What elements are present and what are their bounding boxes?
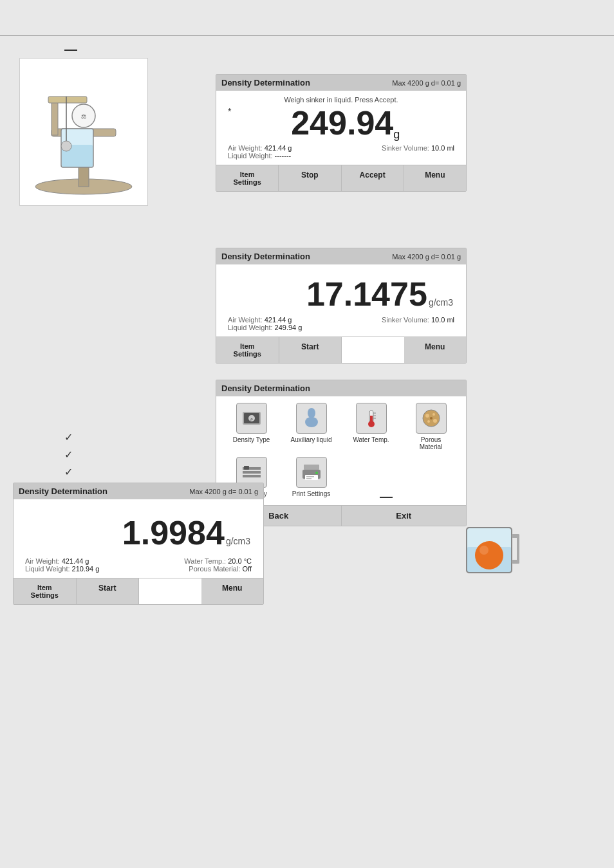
panel1-accept-btn[interactable]: Accept [342, 165, 404, 191]
svg-point-15 [308, 408, 315, 418]
panel1-stop-btn[interactable]: Stop [279, 165, 341, 191]
panel3-item-settings-btn[interactable]: ItemSettings [14, 578, 77, 604]
svg-point-25 [433, 413, 435, 416]
panel1-header: Density Determination Max 4200 g d= 0.01… [216, 75, 466, 91]
panel2-empty-btn [342, 337, 404, 363]
panel1-max-info: Max 4200 g d= 0.01 g [392, 79, 461, 87]
svg-point-26 [433, 419, 437, 423]
checkmarks-list: ✓ ✓ ✓ [64, 431, 73, 478]
panel3-big-value: 1.9984 [122, 514, 225, 551]
panel1-menu-btn[interactable]: Menu [404, 165, 466, 191]
panel3-menu-btn[interactable]: Menu [201, 578, 264, 604]
checkmark-2: ✓ [64, 448, 73, 461]
panel-density-result: Density Determination Max 4200 g d= 0.01… [216, 248, 467, 364]
density-type-icon: ρ [236, 403, 267, 434]
menu-density-type[interactable]: ρ Density Type [229, 403, 274, 443]
svg-point-42 [479, 546, 488, 555]
svg-rect-4 [48, 97, 87, 103]
svg-point-28 [430, 417, 433, 420]
svg-point-16 [305, 417, 318, 427]
menu-print-settings[interactable]: Print Settings [289, 457, 334, 497]
aux-liquid-icon [296, 403, 327, 434]
top-divider [0, 35, 614, 36]
menu-density-type-label: Density Type [233, 436, 270, 443]
panel2-header: Density Determination Max 4200 g d= 0.01… [216, 248, 466, 264]
svg-text:⚖: ⚖ [81, 113, 86, 120]
menu-aux-liquid[interactable]: Auxiliary liquid [289, 403, 334, 443]
checkmark-1: ✓ [64, 431, 73, 443]
menu-porous-material[interactable]: Porous Material [409, 403, 454, 450]
panel-menu-title: Density Determination [221, 383, 310, 393]
panel1-buttons: ItemSettings Stop Accept Menu [216, 165, 466, 191]
menu-water-temp-label: Water Temp. [353, 436, 389, 443]
panel2-max-info: Max 4200 g d= 0.01 g [392, 253, 461, 261]
panel2-buttons: ItemSettings Start Menu [216, 337, 466, 363]
water-temp-icon [356, 403, 387, 434]
svg-rect-35 [305, 475, 318, 480]
panel2-info: Air Weight: 421.44 g Liquid Weight: 249.… [223, 313, 460, 334]
panel2-item-settings-btn[interactable]: ItemSettings [216, 337, 279, 363]
panel2-menu-btn[interactable]: Menu [404, 337, 467, 363]
panel3-title: Density Determination [19, 486, 107, 496]
svg-rect-46 [517, 534, 519, 564]
svg-point-38 [315, 472, 318, 474]
porous-material-icon [416, 403, 447, 434]
svg-point-27 [427, 420, 430, 423]
panel1-big-value: 249.94g [291, 102, 400, 142]
panel1-item-settings-btn[interactable]: ItemSettings [216, 165, 279, 191]
menu-icons-row: ρ Density Type Auxiliary liquid Water Te… [216, 396, 466, 457]
menu-exit-btn[interactable]: Exit [342, 506, 467, 526]
svg-rect-32 [244, 466, 249, 470]
panel3-header: Density Determination Max 4200 g d= 0.01… [14, 483, 263, 499]
panel1-title: Density Determination [221, 78, 310, 88]
svg-rect-37 [306, 478, 312, 479]
svg-point-8 [61, 141, 71, 151]
minus-bottom: — [380, 489, 393, 504]
panel3-buttons: ItemSettings Start Menu [14, 578, 263, 604]
panel1-info: Air Weight: 421.44 g Liquid Weight: ----… [223, 142, 460, 162]
svg-rect-3 [51, 100, 58, 135]
panel2-start-btn[interactable]: Start [279, 337, 342, 363]
svg-point-19 [368, 421, 375, 427]
menu-water-temp[interactable]: Water Temp. [349, 403, 394, 443]
panel-weighing-liquid: Density Determination Max 4200 g d= 0.01… [216, 74, 467, 192]
menu-porous-label: Porous Material [409, 436, 454, 450]
svg-rect-36 [306, 476, 314, 477]
panel-final-density: Density Determination Max 4200 g d= 0.01… [13, 483, 264, 605]
svg-rect-31 [243, 475, 261, 477]
svg-point-41 [475, 541, 503, 569]
svg-text:ρ: ρ [250, 417, 253, 421]
svg-rect-30 [243, 471, 261, 474]
svg-rect-33 [304, 465, 319, 470]
panel1-asterisk: * [225, 105, 234, 118]
print-settings-icon [296, 457, 327, 488]
panel3-unit: g/cm3 [226, 536, 250, 546]
panel3-max-info: Max 4200 g d= 0.01 g [189, 488, 258, 495]
porous-material-image [451, 508, 528, 586]
panel-menu-header: Density Determination [216, 380, 466, 396]
menu-print-settings-label: Print Settings [292, 490, 330, 497]
scale-image: ⚖ [19, 58, 148, 206]
svg-point-24 [425, 414, 429, 418]
panel3-info: Air Weight: 421.44 g Liquid Weight: 210.… [20, 555, 257, 575]
panel2-title: Density Determination [221, 252, 310, 261]
minus-top: — [64, 42, 77, 57]
checkmark-3: ✓ [64, 466, 73, 478]
panel2-unit: g/cm3 [429, 297, 453, 308]
panel3-start-btn[interactable]: Start [77, 578, 140, 604]
panel3-empty-btn [139, 578, 201, 604]
menu-aux-liquid-label: Auxiliary liquid [291, 436, 332, 443]
panel2-big-value: 17.1475 [306, 275, 427, 313]
